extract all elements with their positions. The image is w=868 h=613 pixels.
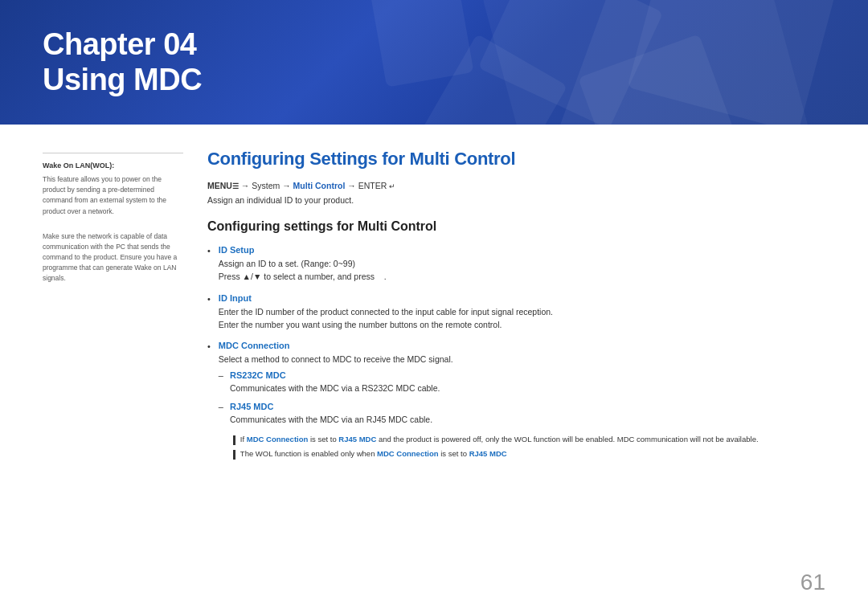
- id-setup-content: ID Setup Assign an ID to a set. (Range: …: [219, 245, 825, 284]
- sub-dash-2: –: [219, 402, 223, 411]
- header-title-block: Chapter 04 Using MDC: [43, 27, 202, 97]
- list-item-id-setup: • ID Setup Assign an ID to a set. (Range…: [207, 245, 825, 284]
- id-setup-desc-2: Press ▲/▼ to select a number, and press …: [219, 270, 825, 283]
- header-banner: Chapter 04 Using MDC: [0, 0, 868, 125]
- sidebar-divider: [43, 153, 183, 153]
- id-input-title: ID Input: [219, 293, 825, 303]
- sidebar-paragraph-2: Make sure the network is capable of data…: [43, 231, 183, 284]
- note-bold-3: MDC Connection: [377, 449, 439, 458]
- main-content: Wake On LAN(WOL): This feature allows yo…: [0, 125, 868, 488]
- multi-control-label: Multi Control: [293, 181, 346, 190]
- id-input-content: ID Input Enter the ID number of the prod…: [219, 293, 825, 332]
- id-input-desc-2: Enter the number you want using the numb…: [219, 318, 825, 331]
- sub-item-rs232c: – RS232C MDC Communicates with the MDC v…: [219, 370, 825, 394]
- rs232c-title: RS232C MDC: [230, 370, 825, 380]
- note-2: The WOL function is enabled only when MD…: [233, 448, 825, 460]
- menu-arrow1: → System →: [241, 181, 293, 190]
- rs232c-content: RS232C MDC Communicates with the MDC via…: [230, 370, 825, 394]
- page-number: 61: [800, 570, 825, 595]
- geo-decoration-3: [578, 34, 740, 125]
- chapter-line: Chapter 04: [43, 27, 202, 63]
- sub-dash-1: –: [219, 370, 223, 380]
- note-bar-2: [233, 450, 235, 460]
- note-area: If MDC Connection is set to RJ45 MDC and…: [233, 434, 825, 460]
- using-mdc-line: Using MDC: [43, 63, 202, 98]
- note-bold-2: RJ45 MDC: [338, 435, 376, 443]
- sidebar-title: Wake On LAN(WOL):: [43, 161, 183, 170]
- id-input-desc-1: Enter the ID number of the product conne…: [219, 305, 825, 318]
- note-1: If MDC Connection is set to RJ45 MDC and…: [233, 434, 825, 445]
- rj45-title: RJ45 MDC: [230, 402, 825, 411]
- bullet-list: • ID Setup Assign an ID to a set. (Range…: [207, 245, 825, 463]
- sidebar-paragraph-1: This feature allows you to power on the …: [43, 174, 183, 217]
- menu-arrow2: → ENTER: [347, 181, 387, 190]
- mdc-connection-title: MDC Connection: [219, 341, 825, 350]
- rj45-content: RJ45 MDC Communicates with the MDC via a…: [230, 402, 825, 426]
- sub-item-rj45: – RJ45 MDC Communicates with the MDC via…: [219, 402, 825, 426]
- menu-label: MENU☰: [207, 181, 239, 190]
- mdc-connection-desc: Select a method to connect to MDC to rec…: [219, 353, 825, 366]
- note-bold-4: RJ45 MDC: [469, 449, 507, 458]
- bullet-dot-2: •: [207, 294, 211, 304]
- rs232c-desc: Communicates with the MDC via a RS232C M…: [230, 382, 825, 394]
- mdc-connection-content: MDC Connection Select a method to connec…: [219, 341, 825, 463]
- note-bar-1: [233, 435, 235, 445]
- list-item-mdc-connection: • MDC Connection Select a method to conn…: [207, 341, 825, 463]
- enter-icon: ↵: [389, 182, 395, 190]
- note-text-2: The WOL function is enabled only when MD…: [240, 448, 507, 460]
- note-bold-1: MDC Connection: [247, 435, 309, 443]
- geo-decoration-5: [370, 0, 473, 88]
- bullet-dot-1: •: [207, 246, 211, 255]
- id-setup-desc-1: Assign an ID to a set. (Range: 0~99): [219, 257, 825, 270]
- sub-bullet-list: – RS232C MDC Communicates with the MDC v…: [219, 370, 825, 426]
- subsection-title: Configuring settings for Multi Control: [207, 219, 825, 234]
- content-area: Configuring Settings for Multi Control M…: [207, 149, 825, 472]
- id-setup-title: ID Setup: [219, 245, 825, 255]
- menu-path: MENU☰ → System → Multi Control → ENTER ↵: [207, 181, 825, 190]
- list-item-id-input: • ID Input Enter the ID number of the pr…: [207, 293, 825, 332]
- section-title: Configuring Settings for Multi Control: [207, 149, 825, 170]
- geo-decoration-2: [627, 0, 835, 125]
- bullet-dot-3: •: [207, 341, 211, 351]
- assign-text: Assign an individual ID to your product.: [207, 195, 825, 205]
- rj45-desc: Communicates with the MDC via an RJ45 MD…: [230, 413, 825, 426]
- note-text-1: If MDC Connection is set to RJ45 MDC and…: [240, 434, 759, 445]
- sidebar: Wake On LAN(WOL): This feature allows yo…: [43, 149, 183, 472]
